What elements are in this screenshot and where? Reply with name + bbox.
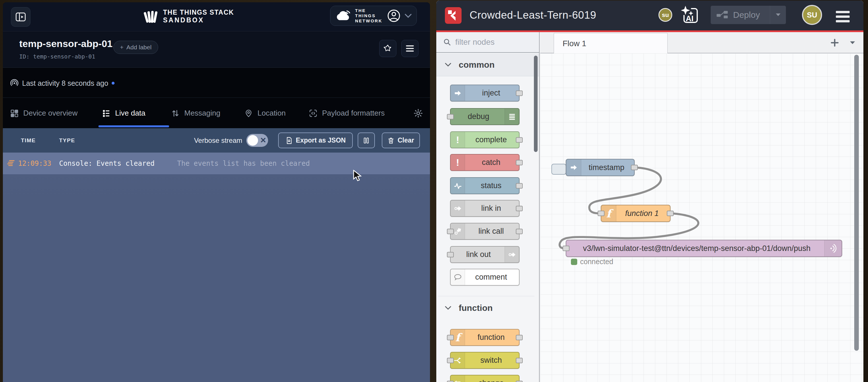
palette-node-label: inject [465,85,517,101]
palette-category-function[interactable]: function [436,297,539,319]
add-flow-button[interactable] [828,36,841,49]
trash-icon [388,137,394,144]
canvas-node-timestamp[interactable]: timestamp [566,159,634,176]
event-description: The events list has been cleared [177,160,310,168]
live-data-list-background [3,175,430,382]
live-activity-icon [10,79,19,88]
node-port-in[interactable] [598,211,604,216]
node-port-out[interactable] [631,165,638,170]
device-menu-button[interactable] [401,40,418,57]
palette-node-change[interactable]: change [450,375,520,382]
node-port-out[interactable] [516,183,523,188]
palette-node-catch[interactable]: ! catch [450,154,520,171]
flow-list-caret[interactable] [847,38,858,47]
device-titlebar: temp-sensor-abp-01 + Add label ID: temp-… [3,32,430,68]
palette-category-common[interactable]: common [436,53,539,76]
main-menu-button[interactable] [836,11,849,22]
palette-search-input[interactable] [455,38,527,47]
pause-stream-button[interactable] [358,133,375,148]
node-port-out[interactable] [516,335,523,340]
palette-node-switch[interactable]: switch [450,352,520,369]
category-label: function [459,303,493,313]
palette-node-label: change [465,375,517,382]
node-port-in[interactable] [447,335,454,340]
deploy-button[interactable]: Deploy [711,6,786,24]
clear-label: Clear [398,137,414,144]
event-time: 12:09:33 [18,160,51,168]
canvas-node-mqtt-out[interactable]: v3/lwn-simulator-test@ttn/devices/temp-s… [566,240,842,257]
palette-search[interactable] [436,32,539,53]
up-down-arrows-icon [171,109,180,117]
tab-flow-1[interactable]: Flow 1 [554,33,668,54]
ttn-logo: THE THINGS STACK SANDBOX [143,9,234,24]
node-port-in[interactable] [447,358,454,363]
tab-location[interactable]: Location [244,109,286,117]
flow-canvas[interactable]: timestamp f function 1 v3/lwn-simulator-… [540,53,863,382]
palette-node-link-out[interactable]: link out [450,246,520,263]
palette-scrollbar[interactable] [534,56,538,152]
node-port-out[interactable] [667,211,674,216]
node-port-in[interactable] [563,246,569,251]
palette-node-status[interactable]: status [450,177,520,194]
palette-node-link-call[interactable]: link call [450,223,520,240]
debug-list-icon [505,109,519,125]
canvas-node-function-1[interactable]: f function 1 [601,205,671,222]
network-switcher-button[interactable]: THE THINGS NETWORK [330,6,417,26]
palette-node-link-in[interactable]: link in [450,200,520,217]
tab-label: Payload formatters [322,109,384,117]
user-badge-large[interactable]: SU [802,5,822,25]
palette-node-function[interactable]: f function [450,329,520,346]
node-port-in[interactable] [447,114,454,119]
node-port-out[interactable] [516,381,523,382]
toggle-off-x-icon: ✕ [260,136,267,145]
node-port-in[interactable] [447,252,454,257]
node-port-out[interactable] [516,358,523,363]
sidebar-toggle-button[interactable] [11,7,30,27]
user-badge-small[interactable]: su [658,8,672,22]
node-port-in[interactable] [447,229,454,234]
sidebar-toggle-icon [16,12,26,22]
add-label-text: Add label [126,44,152,51]
user-badge-small-text: su [662,11,669,19]
pulse-icon [451,178,465,194]
exclamation-icon: ! [451,154,465,170]
verbose-stream-toggle[interactable]: ✕ [246,134,268,147]
event-type: Console: Events cleared [59,160,154,168]
bookmark-button[interactable] [379,40,396,57]
node-palette: common inject debug ! complete [436,32,539,382]
tab-label: Messaging [184,109,220,117]
palette-section-divider [438,296,534,296]
tab-live-data[interactable]: Live data [102,109,146,117]
clear-events-button[interactable]: Clear [382,133,420,148]
tab-messaging[interactable]: Messaging [171,109,220,117]
nodered-logo [445,7,462,24]
palette-node-debug[interactable]: debug [450,108,520,125]
device-status-section: Last activity 8 seconds ago Device overv… [3,68,430,128]
add-label-button[interactable]: + Add label [113,41,158,54]
ai-assistant-button[interactable]: AI [679,5,700,25]
node-port-out[interactable] [516,137,523,142]
node-port-out[interactable] [516,206,523,211]
tabs-settings-button[interactable] [414,109,423,118]
event-row[interactable]: 12:09:33 Console: Events cleared The eve… [3,152,430,175]
palette-node-inject[interactable]: inject [450,84,520,102]
canvas-scrollbar[interactable] [854,55,859,351]
node-port-out[interactable] [516,229,523,234]
deploy-options-caret[interactable] [770,6,786,24]
tab-payload-formatters[interactable]: Payload formatters [309,109,384,117]
inject-trigger-button[interactable] [551,164,566,175]
star-icon [383,44,392,53]
tab-device-overview[interactable]: Device overview [10,109,78,117]
ttn-console-window: THE THINGS STACK SANDBOX THE THINGS NETW… [3,2,430,382]
palette-node-comment[interactable]: comment [450,269,520,286]
page-title: temp-sensor-abp-01 [19,38,113,49]
network-name-line1: THE THINGS [355,8,376,18]
palette-node-complete[interactable]: ! complete [450,131,520,148]
live-data-list-icon [102,109,111,117]
palette-node-label: link out [453,247,505,263]
export-json-button[interactable]: Export as JSON [278,133,353,148]
node-port-in[interactable] [447,381,454,382]
node-port-out[interactable] [516,160,523,165]
export-json-label: Export as JSON [296,137,346,144]
node-port-out[interactable] [516,90,523,96]
